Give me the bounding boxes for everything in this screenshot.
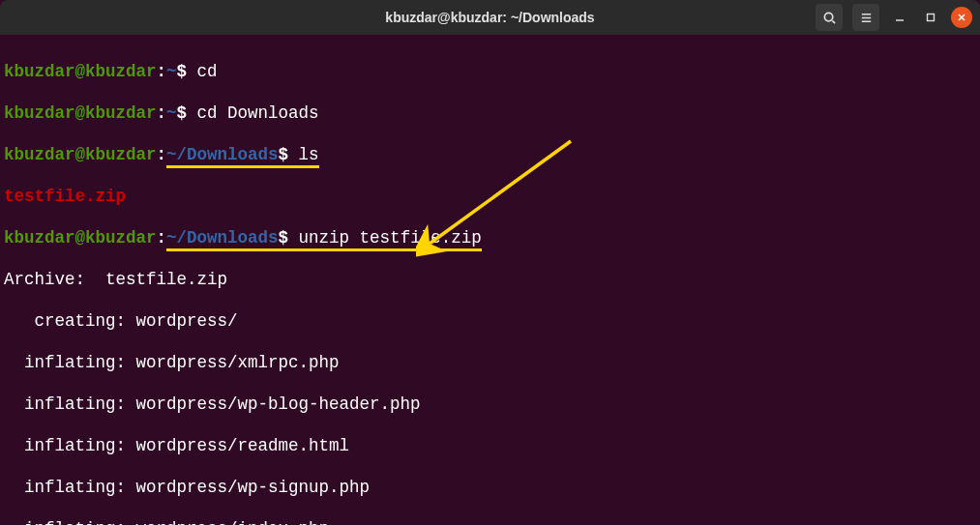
terminal-line: kbuzdar@kbuzdar:~$ cd Downloads: [4, 103, 974, 125]
menu-button[interactable]: [852, 4, 879, 31]
close-button[interactable]: [951, 7, 972, 28]
prompt-sep: :: [157, 62, 167, 81]
command-text: cd: [197, 62, 218, 81]
close-icon: [957, 13, 966, 22]
output-line: inflating: wordpress/wp-blog-header.php: [4, 394, 974, 416]
output-line: inflating: wordpress/xmlrpc.php: [4, 353, 974, 374]
prompt-user: kbuzdar@kbuzdar: [4, 62, 157, 81]
terminal-line: testfile.zip: [4, 187, 974, 208]
command-text: ls: [299, 145, 319, 168]
terminal-area[interactable]: kbuzdar@kbuzdar:~$ cd kbuzdar@kbuzdar:~$…: [0, 35, 980, 525]
prompt-path: ~/Downloads: [166, 228, 279, 251]
search-icon: [822, 11, 837, 25]
prompt-path: ~/Downloads: [166, 145, 279, 168]
prompt-sep: :: [157, 103, 167, 123]
prompt-sigil: $: [177, 62, 188, 81]
terminal-line: kbuzdar@kbuzdar:~/Downloads$ unzip testf…: [4, 228, 974, 249]
output-line: inflating: wordpress/readme.html: [4, 436, 974, 457]
minimize-button[interactable]: [889, 7, 910, 28]
prompt-sep: :: [157, 228, 167, 248]
output-line: creating: wordpress/: [4, 311, 974, 333]
svg-line-1: [832, 20, 835, 23]
command-text: unzip testfile.zip: [299, 228, 482, 251]
command-text: cd Downloads: [197, 103, 319, 123]
svg-point-0: [824, 13, 832, 20]
titlebar: kbuzdar@kbuzdar: ~/Downloads: [0, 0, 980, 35]
prompt-sigil: $: [177, 103, 188, 123]
prompt-path: ~: [166, 103, 177, 123]
prompt-user: kbuzdar@kbuzdar: [4, 145, 157, 164]
prompt-sigil: $: [279, 145, 289, 168]
output-line: Archive: testfile.zip: [4, 270, 974, 291]
prompt-sep: :: [157, 145, 167, 164]
ls-output-file: testfile.zip: [4, 187, 126, 206]
output-line: inflating: wordpress/index.php: [4, 519, 974, 525]
maximize-icon: [926, 13, 935, 22]
prompt-user: kbuzdar@kbuzdar: [4, 103, 157, 123]
output-line: inflating: wordpress/wp-signup.php: [4, 478, 974, 499]
prompt-user: kbuzdar@kbuzdar: [4, 228, 157, 248]
maximize-button[interactable]: [920, 7, 941, 28]
prompt-path: ~: [166, 62, 177, 81]
minimize-icon: [895, 13, 905, 22]
terminal-line: kbuzdar@kbuzdar:~$ cd: [4, 62, 974, 83]
titlebar-controls: [816, 4, 972, 31]
window-title: kbuzdar@kbuzdar: ~/Downloads: [385, 10, 594, 25]
svg-rect-6: [928, 15, 935, 21]
prompt-sigil: $: [279, 228, 289, 251]
hamburger-icon: [859, 11, 874, 25]
search-button[interactable]: [816, 4, 843, 31]
terminal-line: kbuzdar@kbuzdar:~/Downloads$ ls: [4, 145, 974, 166]
